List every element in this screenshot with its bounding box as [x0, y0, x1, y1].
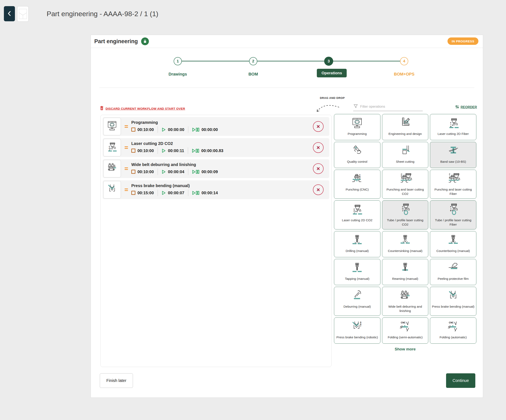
filter-operations-input[interactable]: [360, 104, 420, 109]
operation-tile-peeling[interactable]: Peeling protective film: [430, 259, 476, 285]
workflow-item[interactable]: Programming 00:10:00 00:00:00 00:00:00: [103, 117, 329, 136]
status-badge: IN PROGRESS: [447, 37, 478, 45]
cycle-time: 00:00:00: [201, 127, 218, 132]
remove-operation-button[interactable]: [313, 184, 324, 195]
operation-tile-label: Laser cutting 2D CO2: [342, 218, 373, 223]
step-label-bom[interactable]: BOM: [231, 72, 276, 76]
play-pause-icon: [192, 169, 200, 174]
remove-operation-button[interactable]: [313, 163, 324, 174]
show-more-link[interactable]: Show more: [334, 347, 476, 352]
tapping-icon: [350, 261, 364, 277]
workflow-item-times: 00:10:00 00:00:00 00:00:00: [131, 126, 218, 133]
operation-tile-press-brake-robotic[interactable]: RBT Press brake bending (robotic): [334, 318, 380, 344]
operations-palette: Programming Engineering and design FIB L…: [334, 114, 476, 352]
x-icon: [316, 166, 321, 171]
operation-tile-counterboring[interactable]: Counterboring (manual): [430, 231, 476, 257]
time-separator: [158, 147, 158, 154]
setup-time-icon: [131, 149, 135, 153]
section-divider: [100, 88, 474, 88]
step-2-circle[interactable]: 2: [249, 57, 257, 65]
operation-tile-punch-laser-fiber[interactable]: FIB Punching and laser cutting Fiber: [430, 170, 476, 199]
finish-later-button[interactable]: Finish later: [100, 373, 133, 388]
operation-tile-label: Punching and laser cutting CO2: [384, 188, 427, 196]
press-brake-manual-icon: [103, 181, 121, 198]
operation-tile-sheet-cutting[interactable]: Sheet cutting: [382, 142, 428, 168]
setup-time: 00:10:00: [137, 169, 154, 174]
workflow-item[interactable]: Wide belt deburring and linishing 00:10:…: [103, 159, 329, 178]
workflow-item-title: Press brake bending (manual): [131, 183, 218, 188]
chevron-left-icon: [7, 10, 12, 17]
page-title: Part engineering - AAAA-98-2 / 1 (1): [47, 6, 158, 21]
time-separator: [188, 190, 188, 196]
step-1-circle[interactable]: 1: [174, 57, 182, 65]
operation-tile-programming[interactable]: Programming: [334, 114, 380, 140]
back-button[interactable]: [4, 6, 15, 21]
drag-handle-icon[interactable]: [125, 125, 128, 128]
operation-tile-label: Quality control: [347, 160, 367, 164]
press-brake-robotic-icon: RBT: [350, 319, 364, 335]
play-pause-icon: [192, 127, 200, 132]
reorder-arrows-icon: [455, 105, 459, 110]
reorder-link[interactable]: REORDER: [455, 105, 477, 110]
operation-tile-countersinking[interactable]: Countersinking (manual): [382, 231, 428, 257]
countersinking-icon: [398, 233, 412, 249]
workflow-item[interactable]: Press brake bending (manual) 00:15:00 00…: [103, 180, 329, 199]
step-4-circle[interactable]: 4: [400, 57, 408, 65]
operation-tile-label: Reaming (manual): [392, 277, 418, 281]
drag-handle-icon[interactable]: [125, 167, 128, 170]
funnel-icon: [353, 104, 358, 109]
play-pause-icon: [192, 190, 200, 195]
setup-time-icon: [131, 191, 135, 195]
part-thumbnail[interactable]: [17, 6, 29, 22]
operation-tile-press-brake-manual[interactable]: Press brake bending (manual): [430, 287, 476, 316]
folding-semi-icon: CNC: [398, 319, 412, 335]
step-label-drawings[interactable]: Drawings: [155, 72, 200, 76]
operation-tile-folding-auto[interactable]: CNC Folding (automatic): [430, 318, 476, 344]
continue-button[interactable]: Continue: [446, 373, 475, 388]
operation-tile-tube-laser-fiber[interactable]: FIB Tube / profile laser cutting Fiber: [430, 200, 476, 230]
band-saw-icon: [446, 144, 460, 160]
svg-text:CNC: CNC: [449, 321, 453, 324]
step-label-bom-ops[interactable]: BOM+OPS: [382, 72, 427, 76]
operation-tile-folding-semi[interactable]: CNC Folding (semi-automatic): [382, 318, 428, 344]
part-engineering-card: Part engineering IN PROGRESS 1 2 3 4 Dra…: [91, 35, 483, 398]
punch-laser-co2-icon: CO2: [398, 171, 412, 188]
step-label-operations[interactable]: Operations: [317, 69, 347, 77]
discard-workflow-link[interactable]: DISCARD CURRENT WORKFLOW AND START OVER: [100, 106, 185, 111]
operation-tile-engineering-design[interactable]: Engineering and design: [382, 114, 428, 140]
operation-tile-punching-cnc[interactable]: CNC Punching (CNC): [334, 170, 380, 199]
workflow-item[interactable]: CO2 Laser cutting 2D CO2 00:10:00 00:00:…: [103, 138, 329, 157]
operation-tile-punch-laser-co2[interactable]: CO2 Punching and laser cutting CO2: [382, 170, 428, 199]
operation-tile-drilling[interactable]: Drilling (manual): [334, 231, 380, 257]
operation-tile-label: Programming: [348, 132, 367, 136]
setup-time: 00:15:00: [137, 190, 154, 195]
remove-operation-button[interactable]: [313, 142, 324, 153]
laser-co2-icon: CO2: [103, 139, 121, 156]
operation-tile-quality-control[interactable]: Quality control: [334, 142, 380, 168]
time-separator: [158, 169, 158, 175]
time-separator: [188, 126, 188, 133]
time-separator: [188, 147, 188, 154]
operation-tile-laser-fiber[interactable]: FIB Laser cutting 2D Fiber: [430, 114, 476, 140]
step-3-circle[interactable]: 3: [324, 57, 333, 66]
operation-tile-label: Folding (automatic): [439, 335, 467, 339]
operation-tile-reaming[interactable]: Reaming (manual): [382, 259, 428, 285]
step-2-number: 2: [252, 59, 254, 63]
press-brake-manual-icon: [446, 289, 460, 305]
operation-tile-tapping[interactable]: Tapping (manual): [334, 259, 380, 285]
setup-time-icon: [131, 128, 135, 132]
operation-tile-band-saw[interactable]: Band saw (10-BS): [430, 142, 476, 168]
stepper-line: [178, 61, 404, 61]
step-3-number: 3: [328, 59, 330, 63]
operation-tile-label: Tapping (manual): [345, 277, 369, 281]
operation-tile-wide-belt[interactable]: Wide belt deburring and linishing: [382, 287, 428, 316]
remove-operation-button[interactable]: [313, 121, 324, 132]
operation-tile-deburring[interactable]: Deburring (manual): [334, 287, 380, 316]
drag-handle-icon[interactable]: [125, 189, 128, 191]
wide-belt-icon: [398, 289, 412, 305]
operation-tile-tube-laser-co2[interactable]: CO2 Tube / profile laser cutting CO2: [382, 200, 428, 230]
drag-handle-icon[interactable]: [125, 146, 128, 149]
operation-tile-laser-co2[interactable]: CO2 Laser cutting 2D CO2: [334, 200, 380, 230]
x-icon: [316, 187, 321, 192]
run-time: 00:00:07: [168, 190, 184, 195]
